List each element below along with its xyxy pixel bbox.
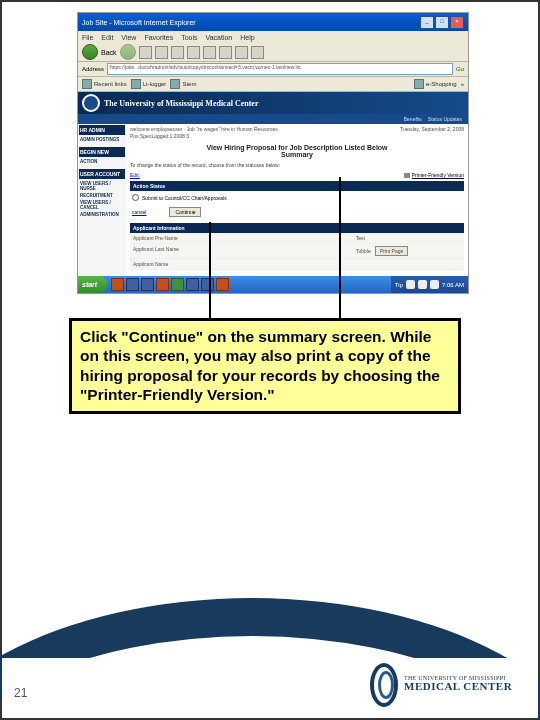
task-icon-8[interactable] [216,278,229,291]
toolbar: Back [78,43,468,62]
site-banner: The University of Mississippi Medical Ce… [78,92,468,114]
task-icon-4[interactable] [156,278,169,291]
logo-mark-icon [368,663,398,703]
page-heading: View Hiring Proposal for Job Description… [130,144,464,158]
menu-favorites[interactable]: Favorites [144,34,173,41]
cancel-link[interactable]: cancel [132,209,146,215]
sidebar-user-account[interactable]: USER ACCOUNT [79,169,125,179]
page-icon [131,79,141,89]
applicant-info-bar: Applicant Information [130,223,464,233]
breadcrumb-1: welcome employeeuser · Job "re wages" hi… [130,126,278,132]
instruction-callout: Click "Continue" on the summary screen. … [69,318,461,414]
action-option-row: Submit to Council/CC Chair/Approvals [130,191,464,204]
page-date: Tuesday, September 2, 2008 [400,126,464,140]
task-icon-3[interactable] [141,278,154,291]
continue-button[interactable]: Continue [169,207,201,217]
link-more[interactable]: » [461,81,464,87]
print-icon[interactable] [251,46,264,59]
breadcrumb-2: Pos:SpecLogged:1:2008:3 [130,133,278,139]
benefits-link[interactable]: Benefits [404,116,422,122]
sidebar-administration[interactable]: ADMINISTRATION [79,211,125,218]
tray-icon-3[interactable] [430,280,439,289]
menu-view[interactable]: View [121,34,136,41]
folder-icon [82,79,92,89]
tray-tip[interactable]: Tip [395,282,403,288]
tray-icon-1[interactable] [406,280,415,289]
applicant-info-table: Applicant Pre-Name Test Applicant Last N… [130,233,464,270]
menu-file[interactable]: File [82,34,93,41]
task-icon-6[interactable] [186,278,199,291]
status-link[interactable]: Status Updates [428,116,462,122]
maximize-button[interactable]: □ [435,16,449,29]
logo-line-2: MEDICAL CENTER [404,681,512,692]
sidebar-recruitment[interactable]: RECRUITMENT [79,192,125,199]
back-button[interactable] [82,44,98,60]
logo-text: THE UNIVERSITY OF MISSISSIPPI MEDICAL CE… [404,675,512,692]
menu-vacation[interactable]: Vacation [206,34,233,41]
row1-label: Applicant Pre-Name [130,233,241,244]
row1-value: Test [353,233,464,244]
tray-icon-2[interactable] [418,280,427,289]
stop-icon[interactable] [139,46,152,59]
sidebar-view-cancel[interactable]: VIEW USERS / CANCEL [79,199,125,211]
printer-icon [404,173,410,178]
row1-mid [241,233,352,244]
menu-tools[interactable]: Tools [181,34,197,41]
link-stem[interactable]: Stem [170,79,196,89]
link-shopping[interactable]: e-Shopping [414,79,457,89]
home-icon[interactable] [171,46,184,59]
annotation-line-printer [339,177,341,322]
sidebar-admin-postings[interactable]: ADMIN POSTINGS [79,136,125,143]
row3-label: Applicant Name [130,259,241,270]
link-logger[interactable]: Lt-logger [131,79,167,89]
taskbar: start Tip 7:06 AM [78,276,468,293]
site-title: The University of Mississippi Medical Ce… [104,99,258,108]
page-number: 21 [14,686,27,700]
refresh-icon[interactable] [155,46,168,59]
sidebar-view-users[interactable]: VIEW USERS / NURSE [79,180,125,192]
print-page-button[interactable]: Print Page [375,246,408,256]
radio-submit[interactable] [132,194,139,201]
menu-edit[interactable]: Edit [101,34,113,41]
main-content: welcome employeeuser · Job "re wages" hi… [126,124,468,294]
cancel-continue-row: cancel Continue [130,204,464,220]
search-icon[interactable] [187,46,200,59]
task-icon-2[interactable] [126,278,139,291]
mail-icon[interactable] [235,46,248,59]
banner-links: Benefits Status Updates [78,114,468,124]
sidebar-hradmin[interactable]: HR ADMIN [79,125,125,135]
footer-logo: THE UNIVERSITY OF MISSISSIPPI MEDICAL CE… [368,663,523,703]
go-button[interactable]: Go [456,66,464,72]
annotation-line-continue [209,222,211,322]
addressbar: Address https://jobs...docs/hradmin/adv/… [78,62,468,77]
row3-value [353,259,464,270]
start-button[interactable]: start [78,276,107,293]
sidebar-begin-new[interactable]: BEGIN NEW [79,147,125,157]
minimize-button[interactable]: _ [420,16,434,29]
action-status-bar: Action Status [130,181,464,191]
left-sidebar: HR ADMIN ADMIN POSTINGS BEGIN NEW ACTION… [78,124,126,294]
window-controls: _ □ × [420,16,464,29]
forward-button[interactable] [120,44,136,60]
site-logo-icon [82,94,100,112]
printer-friendly-link[interactable]: Printer-Friendly Version [412,172,464,178]
url-field[interactable]: https://jobs...docs/hradmin/adv/auto/cop… [107,63,453,75]
row2-label: Applicant Last Name [130,244,241,259]
sidebar-action[interactable]: ACTION [79,158,125,165]
linkbar: Recent links Lt-logger Stem e-Shopping » [78,77,468,92]
edit-link[interactable]: Edit: [130,172,140,178]
cart-icon [414,79,424,89]
row2-mid [241,244,352,259]
task-icon-1[interactable] [111,278,124,291]
link-recent[interactable]: Recent links [82,79,127,89]
tray-time: 7:06 AM [442,282,464,288]
address-label: Address [82,66,104,72]
menu-help[interactable]: Help [240,34,254,41]
window-title: Job Site - Microsoft Internet Explorer [82,19,196,26]
history-icon[interactable] [219,46,232,59]
close-button[interactable]: × [450,16,464,29]
browser-screenshot: Job Site - Microsoft Internet Explorer _… [77,12,469,294]
task-icon-7[interactable] [201,278,214,291]
task-icon-5[interactable] [171,278,184,291]
favorites-icon[interactable] [203,46,216,59]
